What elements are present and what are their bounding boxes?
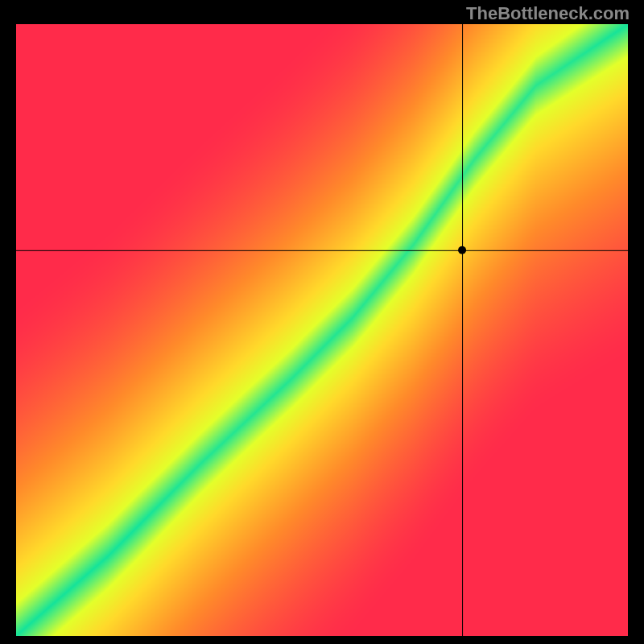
bottleneck-heatmap <box>16 24 628 636</box>
heatmap-canvas <box>16 24 628 636</box>
watermark-text: TheBottleneck.com <box>466 3 630 24</box>
